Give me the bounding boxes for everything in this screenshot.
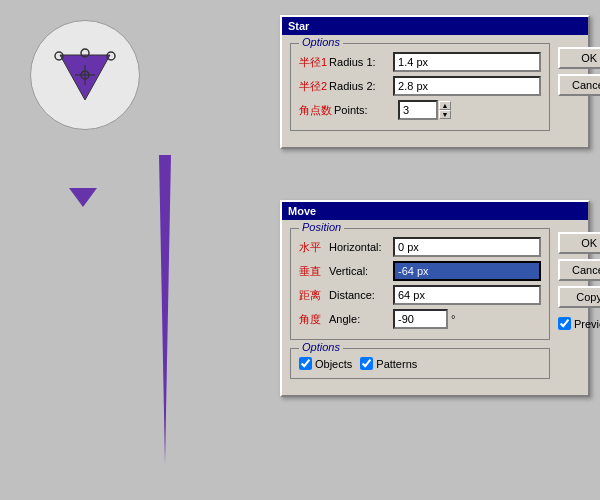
- angle-cn-label: 角度: [299, 312, 327, 327]
- horizontal-en-label: Horizontal:: [329, 241, 389, 253]
- radius2-cn-label: 半径2: [299, 79, 327, 94]
- star-options-group: Options 半径1 Radius 1: 半径2 Radius 2: 角点数 …: [290, 43, 550, 131]
- move-dialog-title: Move: [282, 202, 588, 220]
- preview-checkbox-row: Preview: [558, 317, 600, 330]
- objects-label: Objects: [315, 358, 352, 370]
- position-label: Position: [299, 221, 344, 233]
- distance-en-label: Distance:: [329, 289, 389, 301]
- angle-row: 角度 Angle: °: [299, 309, 541, 329]
- star-cancel-button[interactable]: Cancel: [558, 74, 600, 96]
- svg-marker-8: [69, 188, 97, 207]
- horizontal-row: 水平 Horizontal:: [299, 237, 541, 257]
- radius1-input[interactable]: [393, 52, 541, 72]
- move-ok-button[interactable]: OK: [558, 232, 600, 254]
- vertical-cn-label: 垂直: [299, 264, 327, 279]
- radius2-row: 半径2 Radius 2:: [299, 76, 541, 96]
- degree-symbol: °: [451, 313, 455, 325]
- vertical-en-label: Vertical:: [329, 265, 389, 277]
- move-options-label: Options: [299, 341, 343, 353]
- star-buttons-panel: OK Cancel: [558, 43, 600, 139]
- radius2-en-label: Radius 2:: [329, 80, 389, 92]
- move-options-checkboxes: Objects Patterns: [299, 357, 541, 372]
- objects-checkbox-row: Objects: [299, 357, 352, 370]
- points-spin-up[interactable]: ▲: [439, 101, 451, 110]
- points-spin-down[interactable]: ▼: [439, 110, 451, 119]
- move-options-panel: Position 水平 Horizontal: 垂直 Vertical: 距离 …: [290, 228, 550, 387]
- move-cancel-button[interactable]: Cancel: [558, 259, 600, 281]
- vertical-needle-shape: [155, 155, 175, 465]
- position-group: Position 水平 Horizontal: 垂直 Vertical: 距离 …: [290, 228, 550, 340]
- vertical-input[interactable]: [393, 261, 541, 281]
- patterns-checkbox-row: Patterns: [360, 357, 417, 370]
- horizontal-input[interactable]: [393, 237, 541, 257]
- preview-checkbox[interactable]: [558, 317, 571, 330]
- star-shape-svg: [45, 35, 125, 115]
- patterns-checkbox[interactable]: [360, 357, 373, 370]
- distance-row: 距离 Distance:: [299, 285, 541, 305]
- radius1-en-label: Radius 1:: [329, 56, 389, 68]
- star-dialog-title: Star: [282, 17, 588, 35]
- distance-cn-label: 距离: [299, 288, 327, 303]
- points-row: 角点数 Points: ▲ ▼: [299, 100, 541, 120]
- small-triangle: [68, 185, 98, 213]
- star-circle: [30, 20, 140, 130]
- points-en-label: Points:: [334, 104, 394, 116]
- star-options-label: Options: [299, 36, 343, 48]
- patterns-label: Patterns: [376, 358, 417, 370]
- star-ok-button[interactable]: OK: [558, 47, 600, 69]
- objects-checkbox[interactable]: [299, 357, 312, 370]
- points-spin-buttons: ▲ ▼: [439, 101, 451, 119]
- angle-en-label: Angle:: [329, 313, 389, 325]
- vertical-row: 垂直 Vertical:: [299, 261, 541, 281]
- angle-input[interactable]: [393, 309, 448, 329]
- horizontal-cn-label: 水平: [299, 240, 327, 255]
- points-input[interactable]: [398, 100, 438, 120]
- radius1-row: 半径1 Radius 1:: [299, 52, 541, 72]
- move-buttons-panel: OK Cancel Copy Preview: [558, 228, 600, 387]
- preview-label: Preview: [574, 318, 600, 330]
- points-spin[interactable]: ▲ ▼: [398, 100, 451, 120]
- radius1-cn-label: 半径1: [299, 55, 327, 70]
- canvas-area: [0, 0, 260, 500]
- move-options-group: Options Objects Patterns: [290, 348, 550, 379]
- move-dialog: Move Position 水平 Horizontal: 垂直 Vertical…: [280, 200, 590, 397]
- svg-marker-9: [159, 155, 171, 465]
- points-cn-label: 角点数: [299, 103, 332, 118]
- distance-input[interactable]: [393, 285, 541, 305]
- star-options-panel: Options 半径1 Radius 1: 半径2 Radius 2: 角点数 …: [290, 43, 550, 139]
- radius2-input[interactable]: [393, 76, 541, 96]
- move-copy-button[interactable]: Copy: [558, 286, 600, 308]
- star-dialog: Star Options 半径1 Radius 1: 半径2 Radius 2:…: [280, 15, 590, 149]
